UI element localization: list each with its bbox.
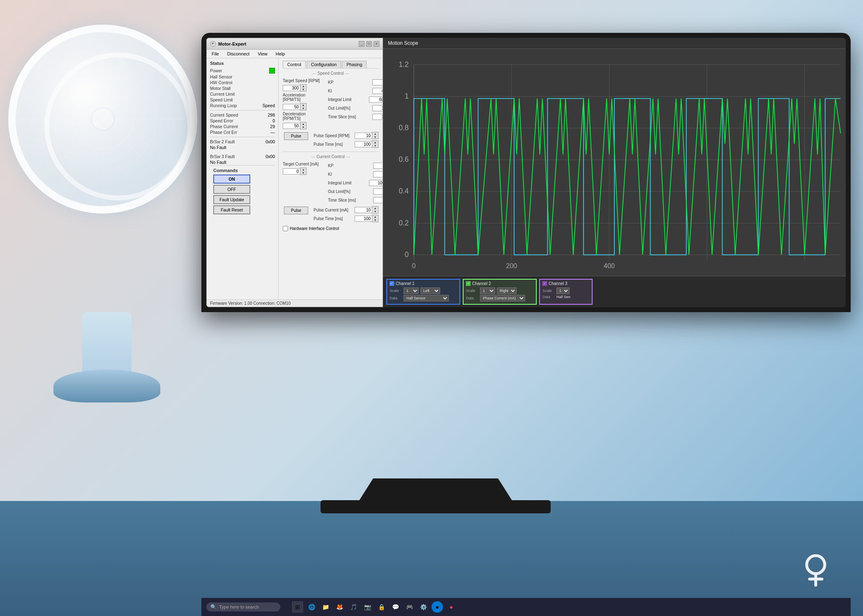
menu-help[interactable]: Help [274, 51, 287, 57]
window-controls[interactable]: _ □ × [359, 41, 379, 47]
menu-disconnect[interactable]: Disconnect [226, 51, 251, 57]
time-slice-current-spinbox[interactable]: ▲ ▼ [373, 196, 383, 204]
pulse-current-down[interactable]: ▼ [372, 210, 378, 213]
pulse-current-up[interactable]: ▲ [372, 207, 378, 210]
on-button[interactable]: ON [213, 175, 250, 184]
current-pulse-button[interactable]: Pulse [284, 207, 308, 214]
deceleration-input[interactable] [283, 123, 300, 129]
close-button[interactable]: × [374, 41, 379, 47]
target-speed-spin-buttons[interactable]: ▲ ▼ [300, 84, 307, 92]
kp-current-spinbox[interactable]: ▲ ▼ [373, 162, 383, 169]
target-current-input[interactable] [283, 168, 300, 175]
taskbar-search-box[interactable]: 🔍 Type here to search [206, 602, 280, 611]
acceleration-down[interactable]: ▼ [300, 107, 306, 110]
taskbar-icon-red[interactable]: ● [445, 601, 457, 613]
pulse-time-current-up[interactable]: ▲ [372, 215, 378, 218]
kp-current-input[interactable] [373, 163, 383, 169]
deceleration-spinbox[interactable]: ▲ ▼ [283, 122, 307, 129]
target-speed-input[interactable] [283, 85, 300, 91]
time-slice-speed-spinbox[interactable]: ▲ ▼ [372, 113, 383, 120]
out-limit-speed-spinbox[interactable]: ▲ ▼ [372, 104, 383, 112]
deceleration-up[interactable]: ▲ [300, 122, 306, 126]
pulse-time-speed-up[interactable]: ▲ [372, 141, 378, 144]
target-speed-down[interactable]: ▼ [300, 88, 306, 91]
speed-pulse-button[interactable]: Pulse [284, 132, 308, 140]
fault-reset-button[interactable]: Fault Reset [213, 205, 250, 214]
taskbar-icon-lock[interactable]: 🔒 [376, 601, 387, 613]
taskbar-icon-blue[interactable]: ● [432, 601, 443, 613]
channel-3-scale-select[interactable]: 125 [556, 287, 570, 294]
taskbar-icon-files[interactable]: 📁 [320, 601, 331, 613]
pulse-time-current-input[interactable] [355, 216, 372, 222]
pulse-speed-spin-btns[interactable]: ▲ ▼ [372, 132, 378, 139]
pulse-current-spinbox[interactable]: ▲ ▼ [355, 206, 378, 214]
out-limit-current-spinbox[interactable]: ▲ ▼ [373, 188, 383, 195]
kp-speed-input[interactable] [372, 79, 383, 85]
time-slice-speed-input[interactable] [372, 114, 383, 120]
channel-3-checkbox[interactable]: ✓ [542, 281, 547, 286]
taskbar-icon-chat[interactable]: 💬 [390, 601, 401, 613]
pulse-time-speed-spinbox[interactable]: ▲ ▼ [355, 140, 378, 148]
pulse-time-current-spin-btns[interactable]: ▲ ▼ [372, 215, 378, 222]
channel-1-data-select[interactable]: Hall SensorSpeedCurrent [404, 295, 449, 301]
pulse-time-speed-input[interactable] [355, 141, 372, 147]
ki-current-spinbox[interactable]: ▲ ▼ [373, 170, 383, 178]
integral-limit-current-spinbox[interactable]: ▲ ▼ [369, 179, 383, 186]
channel-2-data-select[interactable]: Hall SensorSpeedPhase Current (mA) [480, 295, 525, 301]
channel-1-scale-select[interactable]: 12510 [404, 287, 419, 294]
pulse-time-speed-down[interactable]: ▼ [372, 144, 378, 147]
pulse-time-current-spinbox[interactable]: ▲ ▼ [355, 215, 378, 222]
fault-update-button[interactable]: Fault Update [213, 195, 250, 204]
acceleration-spin-buttons[interactable]: ▲ ▼ [300, 103, 307, 110]
hardware-interface-checkbox[interactable] [283, 226, 288, 231]
taskbar-icon-grid[interactable]: ⊞ [292, 601, 303, 613]
target-speed-up[interactable]: ▲ [300, 85, 306, 88]
deceleration-spin-buttons[interactable]: ▲ ▼ [300, 122, 307, 129]
pulse-current-input[interactable] [355, 207, 372, 213]
pulse-time-speed-spin-btns[interactable]: ▲ ▼ [372, 140, 378, 148]
pulse-speed-up[interactable]: ▲ [372, 132, 378, 136]
taskbar-icon-browser1[interactable]: 🌐 [306, 601, 317, 613]
pulse-current-spin-btns[interactable]: ▲ ▼ [372, 206, 378, 214]
taskbar-icon-browser2[interactable]: 🦊 [334, 601, 345, 613]
ki-speed-input[interactable] [372, 88, 383, 94]
menu-file[interactable]: File [210, 51, 221, 57]
taskbar-icon-settings[interactable]: ⚙️ [418, 601, 429, 613]
channel-1-checkbox[interactable]: ✓ [390, 281, 394, 286]
channel-2-checkbox[interactable]: ✓ [466, 281, 471, 286]
deceleration-down[interactable]: ▼ [300, 126, 306, 129]
acceleration-spinbox[interactable]: ▲ ▼ [283, 103, 307, 110]
integral-limit-speed-spinbox[interactable]: ▲ ▼ [369, 96, 383, 103]
channel-2-scale-select[interactable]: 12510 [480, 287, 495, 294]
off-button[interactable]: OFF [213, 185, 250, 194]
taskbar-icon-music[interactable]: 🎵 [348, 601, 359, 613]
minimize-button[interactable]: _ [359, 41, 365, 47]
integral-limit-speed-input[interactable] [369, 97, 383, 103]
channel-1-side-select[interactable]: LeftRight [420, 287, 440, 294]
pulse-speed-input[interactable] [355, 133, 372, 139]
ki-current-input[interactable] [373, 171, 383, 177]
ki-speed-spinbox[interactable]: ▲ ▼ [372, 87, 383, 94]
tab-phasing[interactable]: Phasing [342, 61, 367, 68]
tab-control[interactable]: Control [283, 61, 306, 68]
out-limit-speed-input[interactable] [372, 105, 383, 111]
menu-view[interactable]: View [256, 51, 269, 57]
integral-limit-current-input[interactable] [369, 180, 383, 186]
kp-speed-spinbox[interactable]: ▲ ▼ [372, 78, 383, 86]
time-slice-current-input[interactable] [373, 197, 383, 203]
channel-2-side-select[interactable]: LeftRight [497, 287, 517, 294]
taskbar-icon-game[interactable]: 🎮 [404, 601, 415, 613]
pulse-speed-down[interactable]: ▼ [372, 136, 378, 139]
target-current-spin-btns[interactable]: ▲ ▼ [300, 168, 307, 175]
acceleration-input[interactable] [283, 104, 300, 110]
maximize-button[interactable]: □ [366, 41, 372, 47]
out-limit-current-input[interactable] [373, 188, 383, 195]
target-speed-spinbox[interactable]: ▲ ▼ [283, 84, 307, 92]
acceleration-up[interactable]: ▲ [300, 103, 306, 107]
pulse-time-current-down[interactable]: ▼ [372, 218, 378, 222]
taskbar-icon-camera[interactable]: 📷 [362, 601, 373, 613]
tab-configuration[interactable]: Configuration [307, 61, 341, 68]
target-current-down[interactable]: ▼ [300, 171, 306, 175]
target-current-up[interactable]: ▲ [300, 168, 306, 171]
target-current-spinbox[interactable]: ▲ ▼ [283, 168, 307, 175]
